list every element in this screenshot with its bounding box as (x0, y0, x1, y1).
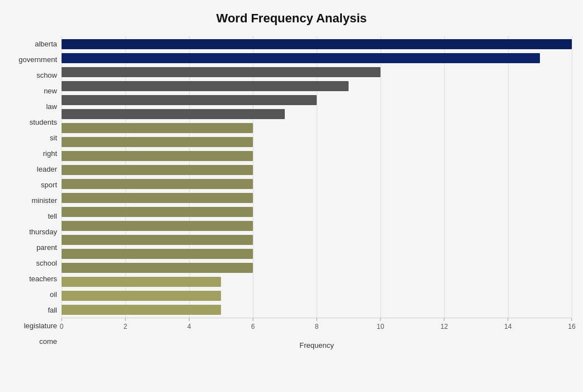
bar (62, 53, 540, 63)
y-label: oil (50, 289, 57, 301)
bar-row (62, 290, 572, 302)
bar (62, 193, 253, 203)
x-axis: 0246810121416 (62, 318, 572, 338)
chart-area: albertagovernmentschownewlawstudentssitr… (11, 36, 572, 350)
bar-row (62, 220, 572, 232)
bar (62, 221, 253, 231)
bars-inner (62, 36, 572, 318)
bar (62, 95, 317, 105)
x-tick-line (62, 318, 62, 321)
x-tick-label: 6 (251, 323, 255, 330)
bar-row (62, 262, 572, 274)
bar (62, 207, 253, 217)
x-tick-line (380, 318, 380, 321)
bar (62, 291, 221, 301)
bar (62, 249, 253, 259)
y-label: leader (37, 163, 57, 175)
y-label: tell (48, 210, 57, 223)
bar (62, 235, 253, 245)
x-tick-label: 4 (187, 323, 191, 330)
x-tick-label: 8 (315, 323, 319, 330)
bar (62, 67, 380, 77)
x-tick: 10 (377, 318, 384, 330)
x-tick: 0 (60, 318, 64, 330)
chart-title: Word Frequency Analysis (11, 11, 572, 26)
x-tick-label: 12 (440, 323, 448, 330)
bar-row (62, 136, 572, 148)
x-axis-title: Frequency (62, 341, 572, 350)
y-label: students (30, 116, 57, 128)
y-label: school (36, 257, 57, 270)
x-tick-line (507, 318, 508, 321)
bar (62, 277, 221, 287)
bars-area (62, 36, 572, 318)
x-tick: 6 (251, 318, 255, 330)
bar (62, 305, 221, 315)
x-tick: 4 (187, 318, 191, 330)
bar (62, 39, 572, 49)
y-label: law (46, 100, 57, 112)
y-axis: albertagovernmentschownewlawstudentssitr… (11, 36, 62, 350)
bar (62, 109, 285, 119)
chart-container: Word Frequency Analysis albertagovernmen… (0, 0, 583, 392)
y-label: schow (36, 69, 57, 81)
x-tick-line (189, 318, 190, 321)
x-tick-label: 0 (60, 323, 64, 330)
y-label: sport (41, 178, 57, 191)
x-tick-label: 14 (504, 323, 511, 330)
bar-row (62, 122, 572, 134)
x-tick-line (571, 318, 572, 321)
y-label: parent (36, 242, 57, 254)
bar-row (62, 304, 572, 316)
y-label: government (18, 53, 57, 65)
bar (62, 81, 349, 91)
bar-row (62, 234, 572, 246)
bar-row (62, 66, 572, 78)
y-label: fall (48, 304, 57, 317)
bar-row (62, 276, 572, 288)
x-tick: 12 (440, 318, 448, 330)
y-label: come (39, 336, 57, 348)
x-tick-line (317, 318, 317, 321)
y-label: right (43, 147, 57, 159)
x-tick-label: 10 (377, 323, 384, 330)
bar-row (62, 206, 572, 218)
y-label: alberta (35, 37, 57, 50)
bar (62, 137, 253, 147)
bar (62, 179, 253, 189)
bar-row (62, 108, 572, 120)
grid-line (572, 36, 572, 318)
bar (62, 165, 253, 175)
bar-row (62, 164, 572, 176)
bar (62, 263, 253, 273)
bar-row (62, 150, 572, 162)
x-tick-line (444, 318, 444, 321)
bar-row (62, 248, 572, 260)
bar-row (62, 52, 572, 64)
bar-row (62, 178, 572, 190)
bar-row (62, 80, 572, 92)
x-tick: 16 (568, 318, 575, 330)
bars-and-xaxis: 0246810121416 Frequency (62, 36, 572, 350)
bar (62, 123, 253, 133)
bar-row (62, 94, 572, 106)
x-tick: 14 (504, 318, 511, 330)
bar-row (62, 192, 572, 204)
x-tick-label: 2 (124, 323, 128, 330)
x-tick: 8 (315, 318, 319, 330)
y-label: teachers (29, 273, 57, 285)
bar-row (62, 38, 572, 50)
y-label: legislature (24, 320, 57, 332)
y-label: minister (31, 194, 57, 206)
bar (62, 151, 253, 161)
y-label: thursday (29, 226, 57, 238)
x-tick: 2 (124, 318, 128, 330)
x-tick-line (125, 318, 126, 321)
y-label: sit (50, 131, 57, 144)
x-tick-line (253, 318, 253, 321)
x-tick-label: 16 (568, 323, 575, 330)
y-label: new (44, 84, 57, 97)
